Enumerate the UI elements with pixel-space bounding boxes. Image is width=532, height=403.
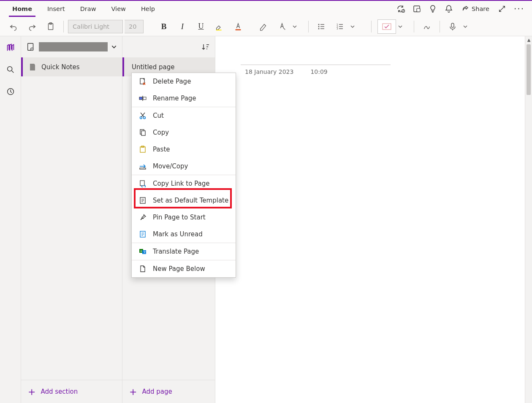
vertical-scrollbar[interactable]: ▲: [525, 36, 532, 403]
section-item-quick-notes[interactable]: Quick Notes: [21, 57, 122, 76]
clipboard-button[interactable]: [42, 18, 59, 35]
menu-label: Cut: [153, 112, 164, 119]
ribbon-toolbar: Calibri Light 20 B I U 123: [0, 17, 532, 36]
bullets-button[interactable]: [313, 18, 330, 35]
menu-translate[interactable]: a文 Translate Page: [132, 243, 236, 260]
main-area: Quick Notes + Add section Untitled page …: [0, 36, 532, 403]
svg-text:文: 文: [143, 251, 146, 254]
menu-paste[interactable]: Paste: [132, 141, 236, 158]
notebook-name-redacted: [39, 42, 108, 51]
plus-icon: +: [129, 387, 137, 397]
add-section-button[interactable]: + Add section: [21, 380, 122, 403]
section-label: Quick Notes: [41, 63, 80, 71]
svg-point-15: [7, 67, 12, 71]
menu-label: Delete Page: [153, 78, 191, 85]
svg-rect-2: [417, 8, 420, 12]
font-name-dropdown[interactable]: Calibri Light: [68, 20, 123, 33]
page-datetime: 18 January 2023 10:09: [245, 68, 391, 75]
svg-point-23: [144, 117, 146, 119]
redo-button[interactable]: [24, 18, 41, 35]
fullscreen-icon[interactable]: [494, 2, 510, 16]
svg-rect-29: [140, 181, 144, 186]
search-icon[interactable]: [5, 64, 16, 75]
font-group-more[interactable]: [292, 24, 304, 29]
dictate-button[interactable]: [444, 18, 461, 35]
svg-rect-28: [140, 168, 146, 169]
clear-formatting-button[interactable]: [255, 18, 272, 35]
menu-rename-page[interactable]: Rename Page: [132, 90, 236, 107]
sort-pages-button[interactable]: [201, 43, 210, 51]
menu-mark-unread[interactable]: Mark as Unread: [132, 226, 236, 243]
notebook-icon: [26, 42, 35, 51]
font-size-dropdown[interactable]: 20: [125, 20, 144, 33]
menu-move-copy[interactable]: Move/Copy: [132, 158, 236, 175]
svg-text:3: 3: [337, 27, 338, 30]
ribbon-tab-draw[interactable]: Draw: [73, 1, 104, 17]
add-page-button[interactable]: + Add page: [122, 380, 215, 403]
scroll-up-arrow[interactable]: ▲: [525, 36, 532, 43]
menu-label: Move/Copy: [153, 162, 188, 170]
bold-button[interactable]: B: [155, 18, 172, 35]
ribbon-tab-insert[interactable]: Insert: [40, 1, 73, 17]
svg-rect-25: [141, 131, 145, 135]
page-canvas[interactable]: 18 January 2023 10:09: [215, 36, 532, 403]
share-button[interactable]: Share: [457, 2, 494, 16]
ribbon-tab-help[interactable]: Help: [133, 1, 163, 17]
separator: [308, 21, 309, 32]
new-page-icon: [138, 265, 147, 273]
svg-point-8: [318, 26, 320, 27]
pages-header: [122, 36, 215, 57]
lightbulb-icon[interactable]: [425, 2, 440, 16]
ribbon-tab-home[interactable]: Home: [5, 1, 40, 17]
notebooks-icon[interactable]: [5, 42, 16, 53]
svg-rect-26: [140, 147, 145, 152]
add-section-label: Add section: [41, 388, 78, 395]
svg-rect-21: [143, 97, 146, 100]
voice-group-more[interactable]: [463, 24, 480, 29]
sync-icon[interactable]: [393, 2, 408, 16]
notifications-icon[interactable]: [441, 2, 456, 16]
separator: [371, 21, 372, 32]
titlebar-right-cluster: Share ···: [393, 2, 528, 16]
recent-icon[interactable]: [5, 86, 16, 97]
page-title-label: Untitled page: [132, 63, 175, 71]
unread-icon: [138, 230, 147, 238]
notebook-picker[interactable]: [21, 36, 122, 57]
font-color-button[interactable]: [230, 18, 247, 35]
page-title-input[interactable]: [241, 49, 391, 65]
format-painter-button[interactable]: [274, 18, 290, 35]
separator: [414, 21, 414, 32]
page-date: 18 January 2023: [245, 68, 293, 75]
menu-label: Pin Page to Start: [153, 214, 206, 221]
italic-button[interactable]: I: [174, 18, 191, 35]
ribbon-tab-view[interactable]: View: [104, 1, 133, 17]
menu-delete-page[interactable]: Delete Page: [132, 73, 236, 90]
page-content: 18 January 2023 10:09: [241, 49, 391, 75]
feed-icon[interactable]: [409, 2, 424, 16]
section-icon: [29, 63, 36, 71]
undo-button[interactable]: [5, 18, 22, 35]
tags-more[interactable]: [398, 24, 410, 29]
menu-copy-link[interactable]: Copy Link to Page: [132, 175, 236, 192]
cut-icon: [138, 111, 147, 120]
menu-set-default-template[interactable]: Set as Default Template: [132, 192, 236, 209]
todo-tag-button[interactable]: [377, 19, 396, 34]
menu-label: Set as Default Template: [153, 197, 228, 204]
chevron-down-icon: [111, 44, 117, 50]
menu-pin-to-start[interactable]: Pin Page to Start: [132, 209, 236, 226]
menu-cut[interactable]: Cut: [132, 107, 236, 124]
svg-point-22: [140, 117, 142, 119]
template-icon: [138, 196, 147, 205]
underline-button[interactable]: U: [193, 18, 209, 35]
scroll-thumb[interactable]: [527, 44, 531, 95]
highlight-button[interactable]: [211, 18, 228, 35]
add-page-label: Add page: [142, 388, 172, 395]
menu-new-page-below[interactable]: New Page Below: [132, 260, 236, 277]
paragraph-group-more[interactable]: [350, 24, 367, 29]
numbering-button[interactable]: 123: [331, 18, 348, 35]
separator: [440, 21, 440, 32]
more-icon[interactable]: ···: [510, 4, 528, 14]
menu-copy[interactable]: Copy: [132, 124, 236, 141]
delete-page-icon: [138, 77, 147, 86]
ink-button[interactable]: [418, 18, 435, 35]
